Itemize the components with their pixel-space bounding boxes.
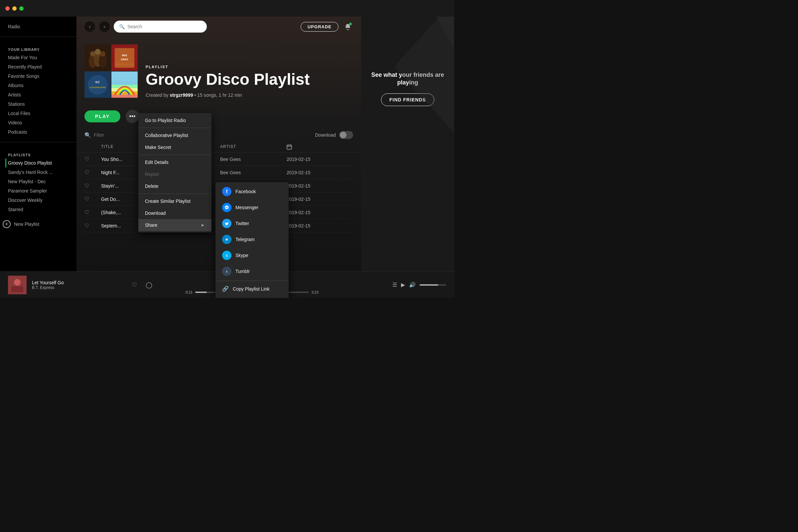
svg-rect-17: [111, 81, 138, 85]
search-icon: 🔍: [119, 24, 125, 29]
maximize-button[interactable]: [19, 6, 24, 11]
svg-rect-22: [287, 145, 291, 149]
notification-dot: [349, 23, 352, 25]
svg-text:SUNSHINE BAND: SUNSHINE BAND: [90, 86, 106, 88]
sidebar-item-made-for-you[interactable]: Made For You: [5, 53, 71, 62]
track-title-4: (Shake,...: [101, 210, 121, 215]
total-time: 3:23: [311, 290, 319, 294]
svg-point-6: [100, 51, 106, 57]
col-duration: [326, 144, 353, 150]
close-button[interactable]: [5, 6, 10, 11]
playlist-info: PLAYLIST Groovy Disco Playlist Created b…: [146, 65, 353, 98]
heart-icon-1[interactable]: ♡: [84, 169, 101, 175]
track-list-header: TITLE ARTIST: [76, 141, 361, 153]
sidebar-item-radio[interactable]: Radio: [5, 22, 71, 31]
svg-text:BEE: BEE: [122, 54, 127, 57]
upgrade-button[interactable]: UPGRADE: [301, 22, 339, 32]
progress-fill: [195, 291, 207, 293]
player-heart-icon[interactable]: ♡: [132, 281, 137, 289]
svg-rect-21: [111, 95, 138, 98]
sidebar-item-albums[interactable]: Albums: [5, 81, 71, 90]
menu-item-delete[interactable]: Delete: [138, 180, 211, 192]
sidebar-item-favorite-songs[interactable]: Favorite Songs: [5, 72, 71, 81]
share-item-twitter[interactable]: Twitter: [215, 215, 289, 231]
playlist-type-label: PLAYLIST: [146, 65, 353, 69]
share-copy-embed-code[interactable]: 🔗 Copy Embed Code: [215, 295, 289, 298]
device-icon[interactable]: ▶: [401, 282, 405, 288]
menu-item-collaborative[interactable]: Collaborative Playlist: [138, 129, 211, 141]
menu-item-create-similar[interactable]: Create Similar Playlist: [138, 195, 211, 207]
sidebar-item-paramore-sampler[interactable]: Paramore Sampler: [5, 186, 71, 195]
play-button[interactable]: PLAY: [84, 110, 120, 122]
menu-item-make-secret[interactable]: Make Secret: [138, 141, 211, 153]
forward-button[interactable]: ›: [99, 21, 110, 32]
notification-icon[interactable]: [342, 21, 353, 32]
share-submenu: f Facebook Messenger Twitter Te: [215, 182, 289, 298]
menu-item-edit-details[interactable]: Edit Details: [138, 156, 211, 168]
queue-icon[interactable]: ☰: [392, 282, 397, 288]
heart-icon-3[interactable]: ♡: [84, 196, 101, 202]
svg-rect-37: [11, 286, 23, 292]
track-date-5: 2019-02-15: [287, 223, 326, 228]
share-chevron-icon: ►: [201, 223, 205, 227]
heart-icon-0[interactable]: ♡: [84, 156, 101, 162]
volume-bar[interactable]: [420, 284, 446, 286]
art-cell-3: KC SUNSHINE BAND: [84, 72, 111, 98]
share-item-messenger[interactable]: Messenger: [215, 200, 289, 215]
search-bar[interactable]: 🔍: [114, 21, 207, 33]
svg-text:GREATEST HITS: GREATEST HITS: [115, 63, 134, 65]
col-date: [287, 144, 326, 150]
art-cell-1: [84, 44, 111, 71]
sidebar-item-sandy-hard-rock[interactable]: Sandy's Hard Rock ...: [5, 168, 71, 177]
heart-icon-5[interactable]: ♡: [84, 223, 101, 229]
more-options-button[interactable]: •••: [126, 110, 139, 123]
heart-icon-4[interactable]: ♡: [84, 209, 101, 215]
playlist-meta-info: 15 songs, 1 hr 12 min: [197, 92, 242, 98]
menu-item-download[interactable]: Download: [138, 207, 211, 219]
messenger-icon: [222, 203, 231, 212]
playlist-creator: strgzr9999: [170, 92, 193, 98]
share-item-telegram[interactable]: Telegram: [215, 231, 289, 247]
svg-point-36: [14, 279, 21, 286]
heart-icon-2[interactable]: ♡: [84, 183, 101, 189]
playlists-label: PLAYLISTS: [5, 150, 71, 158]
sidebar-item-new-playlist-dec[interactable]: New Playlist - Dec: [5, 177, 71, 186]
menu-item-playlist-radio[interactable]: Go to Playlist Radio: [138, 114, 211, 126]
col-artist: ARTIST: [220, 144, 287, 150]
sidebar-item-starred[interactable]: Starred: [5, 205, 71, 214]
search-input[interactable]: [127, 24, 202, 29]
menu-item-share[interactable]: Share ►: [138, 219, 211, 231]
player-artist-name: B.T. Express: [32, 285, 126, 290]
controls-bar: PLAY •••: [76, 104, 361, 128]
sidebar-item-artists[interactable]: Artists: [5, 90, 71, 99]
sidebar-item-recently-played[interactable]: Recently Played: [5, 62, 71, 72]
filter-search-icon: 🔍: [84, 132, 91, 138]
track-artist-1: Bee Gees: [220, 170, 287, 175]
share-item-tumblr[interactable]: t Tumblr: [215, 263, 289, 279]
track-title-2: Stayin'...: [101, 183, 119, 189]
share-item-facebook[interactable]: f Facebook: [215, 184, 289, 200]
new-playlist-button[interactable]: + New Playlist: [0, 217, 76, 231]
tumblr-icon: t: [222, 267, 231, 276]
sidebar-item-local-files[interactable]: Local Files: [5, 109, 71, 118]
telegram-icon: [222, 235, 231, 244]
sidebar-item-groovy-disco[interactable]: Groovy Disco Playlist: [5, 158, 71, 168]
player-minus-icon[interactable]: ◯: [146, 281, 152, 289]
sidebar-item-videos[interactable]: Videos: [5, 118, 71, 127]
share-copy-playlist-link[interactable]: 🔗 Copy Playlist Link: [215, 282, 289, 295]
download-toggle-switch[interactable]: [339, 131, 353, 139]
context-menu: Go to Playlist Radio Collaborative Playl…: [138, 113, 211, 232]
menu-item-report: Report: [138, 168, 211, 180]
sidebar-item-stations[interactable]: Stations: [5, 99, 71, 109]
twitter-icon: [222, 219, 231, 228]
share-item-skype[interactable]: S Skype: [215, 247, 289, 263]
svg-point-4: [90, 51, 95, 57]
minimize-button[interactable]: [12, 6, 17, 11]
sidebar-item-podcasts[interactable]: Podcasts: [5, 127, 71, 137]
player-thumbnail: [8, 276, 26, 294]
back-button[interactable]: ‹: [84, 21, 95, 32]
track-title-1: Night F...: [101, 170, 119, 175]
track-title-0: You Sho...: [101, 157, 122, 162]
sidebar-item-discover-weekly[interactable]: Discover Weekly: [5, 195, 71, 205]
ellipsis-icon: •••: [129, 113, 136, 120]
